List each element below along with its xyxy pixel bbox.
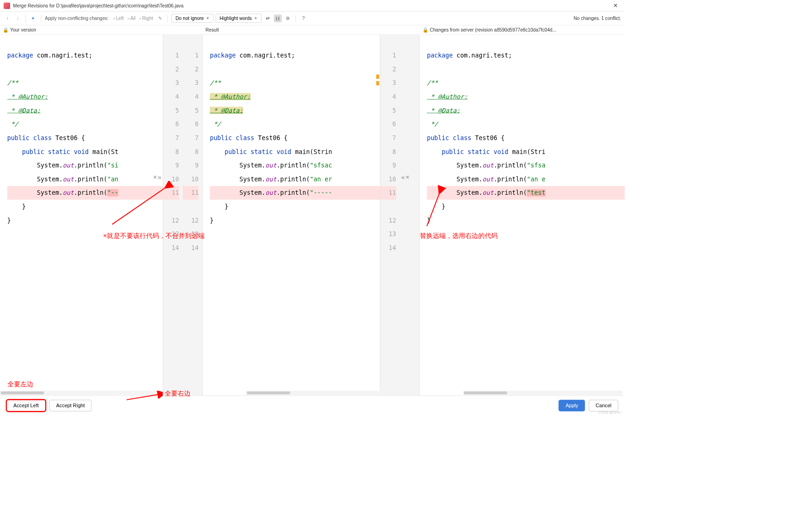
pane-headers: 🔒Your version Result 🔒Changes from serve… bbox=[0, 26, 625, 35]
left-code[interactable]: package com.nagri.test; /** * @Author: *… bbox=[0, 35, 163, 241]
left-header: 🔒Your version bbox=[0, 26, 203, 35]
toolbar: ↑ ↓ ✦ Apply non-conflicting changes: »Le… bbox=[0, 12, 625, 26]
hscroll-left[interactable] bbox=[0, 391, 163, 395]
center-code[interactable]: package com.nagri.test; /** * @Author: *… bbox=[203, 35, 380, 241]
lock-icon: 🔒 bbox=[423, 27, 428, 32]
left-gutter: 1 2 3 4 5 6 7 8 9 10 11 12 13 14 bbox=[163, 35, 183, 397]
magic-resolve-icon[interactable]: ✦ bbox=[29, 14, 37, 22]
line-numbers: 1 2 3 4 5 6 7 8 9 10 11 12 13 14 bbox=[163, 35, 183, 269]
chevron-right-icon: » bbox=[113, 16, 115, 20]
apply-button[interactable]: Apply bbox=[559, 400, 585, 411]
chevron-right-icon: » bbox=[128, 16, 130, 20]
change-marker[interactable] bbox=[376, 75, 379, 79]
status-text: No changes. 1 conflict. bbox=[574, 16, 622, 21]
next-diff-icon[interactable]: ↓ bbox=[14, 14, 22, 22]
accept-right-button[interactable]: Accept Right bbox=[49, 400, 92, 411]
title-bar: Merge Revisions for D:\javafiles\java\pr… bbox=[0, 0, 625, 12]
chevron-down-icon: ▼ bbox=[206, 16, 210, 20]
change-marker[interactable] bbox=[376, 81, 379, 85]
prev-diff-icon[interactable]: ↑ bbox=[4, 14, 12, 22]
right-pane: package com.nagri.test; /** * @Author: *… bbox=[420, 35, 625, 397]
accept-left-button[interactable]: Accept Left bbox=[6, 400, 45, 411]
merge-panes: package com.nagri.test; /** * @Author: *… bbox=[0, 35, 625, 397]
accept-icon[interactable]: » bbox=[158, 173, 161, 181]
apply-left-link[interactable]: »Left bbox=[113, 16, 124, 21]
chevron-down-icon: ▼ bbox=[254, 16, 258, 20]
separator bbox=[167, 15, 168, 22]
separator bbox=[26, 15, 26, 22]
close-icon[interactable]: ✕ bbox=[610, 2, 621, 9]
gear-icon[interactable]: ⚙ bbox=[284, 14, 292, 22]
help-icon[interactable]: ? bbox=[300, 14, 308, 22]
watermark: CSDN @NPE~ bbox=[598, 410, 623, 415]
reject-icon[interactable]: × bbox=[153, 173, 157, 181]
app-icon bbox=[4, 2, 10, 9]
right-conflict-actions[interactable]: «× bbox=[401, 173, 410, 181]
wand-icon[interactable]: ✎ bbox=[156, 14, 164, 22]
center-pane: package com.nagri.test; /** * @Author: *… bbox=[203, 35, 380, 397]
reject-icon[interactable]: × bbox=[405, 173, 409, 181]
accept-icon[interactable]: « bbox=[401, 173, 405, 181]
ignore-select[interactable]: Do not ignore▼ bbox=[172, 14, 213, 23]
sync-scroll-icon[interactable]: ⫿⫿ bbox=[274, 14, 282, 22]
hscroll-right[interactable] bbox=[463, 391, 622, 395]
center-gutter-left: 1 2 3 4 5 6 7 8 9 10 11 12 13 14 bbox=[183, 35, 203, 397]
chevron-left-icon: « bbox=[139, 16, 141, 20]
cancel-button[interactable]: Cancel bbox=[589, 400, 618, 411]
left-pane: package com.nagri.test; /** * @Author: *… bbox=[0, 35, 163, 397]
apply-all-link[interactable]: »All bbox=[128, 16, 136, 21]
highlight-select[interactable]: Highlight words▼ bbox=[216, 14, 262, 23]
left-conflict-actions[interactable]: ×» bbox=[153, 173, 161, 181]
center-header: Result bbox=[203, 26, 420, 35]
apply-label: Apply non-conflicting changes: bbox=[45, 16, 109, 21]
window-title: Merge Revisions for D:\javafiles\java\pr… bbox=[13, 3, 610, 8]
center-gutter-right: 1 2 3 4 5 6 7 8 9 10 11 12 13 14 bbox=[380, 35, 400, 397]
apply-right-link[interactable]: «Right bbox=[139, 16, 153, 21]
right-header: 🔒Changes from server (revision a8590d597… bbox=[420, 26, 625, 35]
collapse-icon[interactable]: ⇄ bbox=[264, 14, 272, 22]
right-gutter: «× bbox=[400, 35, 420, 397]
footer: Accept Left Accept Right Apply Cancel bbox=[0, 396, 625, 415]
separator bbox=[41, 15, 41, 22]
separator bbox=[295, 15, 296, 22]
right-code[interactable]: package com.nagri.test; /** * @Author: *… bbox=[420, 35, 625, 241]
hscroll-center[interactable] bbox=[246, 391, 416, 395]
lock-icon: 🔒 bbox=[3, 27, 8, 32]
